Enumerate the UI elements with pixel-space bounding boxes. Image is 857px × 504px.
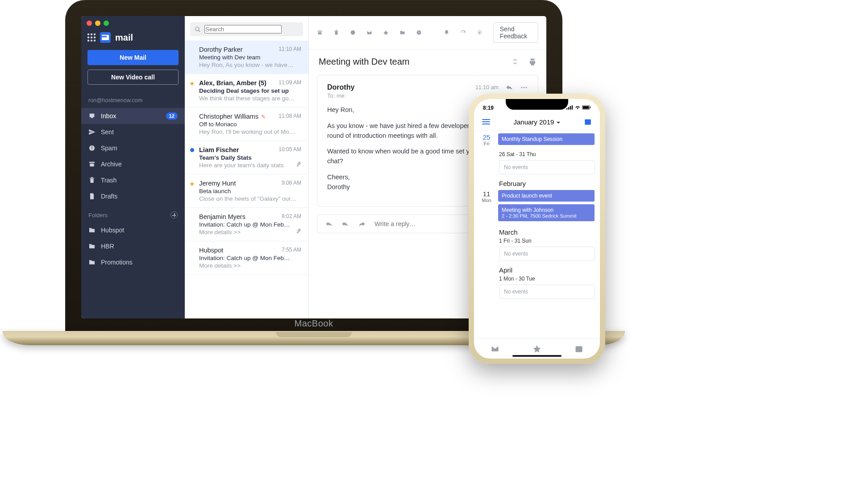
forward-icon[interactable] — [358, 220, 366, 227]
reader-time: 11:10 am — [475, 84, 499, 91]
delete-icon[interactable] — [333, 29, 339, 37]
message-subject: Beta launch — [199, 188, 300, 194]
message-time: 10:05 AM — [279, 146, 301, 153]
svg-rect-17 — [590, 107, 591, 108]
notifications-icon[interactable] — [444, 29, 449, 37]
close-window-icon[interactable] — [87, 21, 92, 26]
month-heading: March — [499, 228, 595, 236]
message-preview: More details >> — [199, 262, 300, 269]
message-time: 11:10 AM — [279, 46, 301, 52]
message-preview: We think that these stages are go… — [199, 95, 300, 102]
folder-promotions[interactable]: Promotions — [81, 254, 185, 270]
message-time: 8:02 AM — [282, 213, 301, 219]
add-folder-icon[interactable] — [171, 211, 178, 219]
snooze-icon[interactable] — [416, 29, 422, 37]
message-preview: More details >> — [199, 229, 300, 235]
status-time: 8:19 — [483, 105, 494, 111]
send-feedback-button[interactable]: Send Feedback — [493, 22, 538, 43]
message-row[interactable]: Liam Fischer 10:05 AM Team's Daily Stats… — [185, 141, 308, 174]
more-icon[interactable] — [520, 83, 528, 91]
attachment-icon — [295, 228, 301, 235]
zoom-window-icon[interactable] — [104, 21, 109, 26]
inbox-badge: 12 — [166, 112, 178, 120]
message-preview: Here are your team's daily stats — [199, 162, 300, 169]
day-row: 11Mon Product launch event Meeting with … — [479, 190, 595, 224]
message-subject: Invitation: Catch up @ Mon Feb… — [199, 221, 300, 228]
star-icon[interactable]: ★ — [189, 180, 195, 187]
message-time: 11:09 AM — [279, 79, 301, 86]
sidebar-item-drafts[interactable]: Drafts — [81, 188, 185, 204]
reply-icon[interactable] — [506, 84, 513, 91]
message-row[interactable]: Dorothy Parker 11:10 AM Meeting with Dev… — [185, 41, 308, 74]
iphone-device: 8:19 January 2019 25Fri Monthly Standup … — [469, 94, 605, 364]
month-title[interactable]: January 2019 — [513, 118, 560, 126]
svg-point-7 — [479, 32, 480, 33]
no-events: No events — [499, 160, 595, 174]
svg-rect-11 — [566, 108, 567, 110]
search-input[interactable] — [190, 22, 303, 36]
app-switcher-icon[interactable] — [87, 33, 96, 41]
event[interactable]: Monthly Standup Session — [498, 133, 595, 145]
calendar-icon[interactable] — [584, 118, 592, 126]
folder-hbr[interactable]: HBR — [81, 238, 185, 254]
message-subject: Deciding Deal stages for set up — [199, 87, 300, 94]
draft-icon: ✎ — [261, 114, 266, 120]
star-icon[interactable]: ★ — [189, 80, 195, 87]
search-field[interactable] — [204, 25, 282, 33]
svg-line-4 — [199, 30, 200, 32]
star-icon[interactable] — [383, 29, 389, 37]
sidebar-item-label: HBR — [101, 243, 114, 250]
svg-rect-14 — [572, 105, 573, 109]
new-mail-button[interactable]: New Mail — [87, 50, 179, 65]
folder-icon — [88, 243, 96, 250]
home-indicator[interactable] — [512, 355, 562, 357]
minimize-window-icon[interactable] — [95, 21, 100, 26]
settings-icon[interactable] — [477, 29, 483, 37]
svg-point-3 — [196, 27, 199, 30]
favorites-tab-icon[interactable] — [533, 344, 541, 353]
mark-unread-icon[interactable] — [366, 29, 372, 37]
print-icon[interactable] — [528, 58, 537, 66]
message-row[interactable]: Christopher Williams✎ 11:08 AM Off to Mo… — [185, 107, 308, 141]
move-to-folder-icon[interactable] — [399, 29, 405, 37]
sidebar-item-label: Spam — [101, 145, 117, 152]
month-heading: February — [499, 180, 595, 187]
message-row[interactable]: ★ Jeremy Hunt 9:08 AM Beta launch Close … — [185, 174, 308, 208]
calendar-body[interactable]: 25Fri Monthly Standup Session 26 Sat - 3… — [474, 131, 600, 304]
message-row[interactable]: ★ Alex, Brian, Amber (5) 11:09 AM Decidi… — [185, 74, 308, 107]
message-row[interactable]: Benjamin Myers 8:02 AM Invitation: Catch… — [185, 208, 308, 241]
archive-icon[interactable] — [317, 29, 323, 37]
day-chip: 11Mon — [479, 190, 494, 203]
logo-icon — [100, 32, 111, 43]
menu-icon[interactable] — [482, 119, 490, 124]
expand-collapse-icon[interactable] — [512, 58, 519, 65]
calendar-tab-icon[interactable] — [574, 344, 583, 353]
refresh-icon[interactable] — [460, 29, 466, 37]
sidebar-item-inbox[interactable]: Inbox 12 — [81, 108, 185, 124]
svg-rect-16 — [583, 106, 589, 109]
sidebar-item-archive[interactable]: Archive — [81, 156, 185, 172]
battery-icon — [582, 105, 591, 110]
reader-subject: Meeting with Dev team — [319, 57, 409, 67]
sidebar-item-trash[interactable]: Trash — [81, 172, 185, 188]
reply-icon[interactable] — [325, 220, 333, 227]
no-events: No events — [499, 285, 595, 299]
event[interactable]: Meeting with Johnson2 - 2:30 PM, 7500 Se… — [498, 204, 595, 221]
sidebar-item-spam[interactable]: Spam — [81, 140, 185, 156]
message-row[interactable]: Hubspot 7:55 AM Invitation: Catch up @ M… — [185, 241, 308, 275]
mail-tab-icon[interactable] — [491, 344, 499, 353]
new-video-call-button[interactable]: New Video call — [87, 70, 179, 85]
date-range: 1 Fri - 31 Sun — [499, 238, 595, 244]
spam-icon[interactable] — [350, 29, 356, 37]
sent-icon — [88, 128, 96, 136]
sidebar-item-label: Promotions — [101, 259, 133, 266]
sidebar-item-sent[interactable]: Sent — [81, 124, 185, 140]
reply-all-icon[interactable] — [341, 220, 349, 227]
message-time: 11:08 AM — [279, 113, 301, 119]
folder-hubspot[interactable]: Hubspot — [81, 222, 185, 238]
sidebar: mail New Mail New Video call ron@hostmen… — [81, 16, 185, 318]
svg-rect-13 — [570, 106, 571, 110]
svg-rect-2 — [92, 149, 92, 150]
no-events: No events — [499, 247, 595, 261]
event[interactable]: Product launch event — [498, 190, 595, 202]
